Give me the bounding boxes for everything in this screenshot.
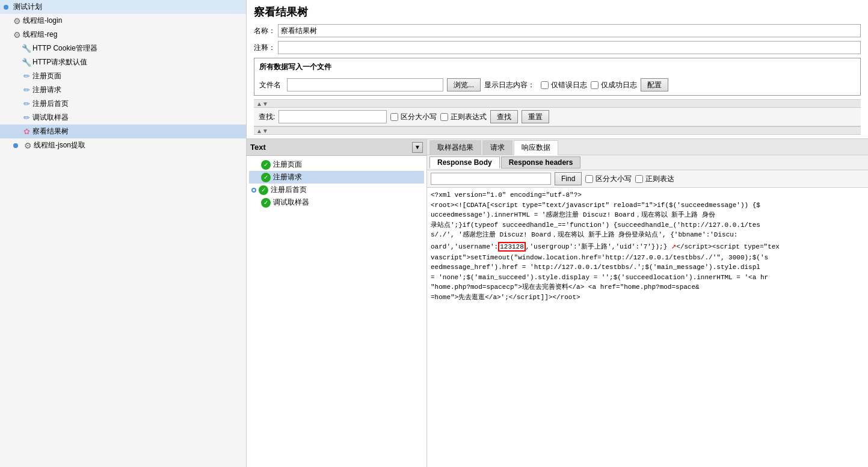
case-sensitive-label: 区分大小写 — [401, 112, 437, 122]
tree-pane-header: Text ▼ — [247, 139, 426, 156]
case-sensitive-group: 区分大小写 — [390, 112, 437, 122]
comment-input[interactable] — [278, 41, 861, 54]
success-log-label: 仅成功日志 — [601, 80, 637, 90]
pencil-icon: ✏ — [22, 72, 31, 81]
config-button[interactable]: 配置 — [641, 78, 668, 91]
success-log-checkbox-group: 仅成功日志 — [591, 80, 637, 90]
tree-item-http-defaults[interactable]: 🔧 HTTP请求默认值 — [0, 55, 246, 69]
wrench-icon: 🔧 — [22, 58, 31, 67]
browse-button[interactable]: 浏览... — [447, 78, 481, 91]
show-log-label: 显示日志内容： — [484, 80, 535, 90]
tree-label: 调试取样器 — [32, 113, 69, 123]
name-row: 名称： — [254, 24, 861, 37]
result-item-reg-home[interactable]: ✓ 注册后首页 — [249, 184, 424, 196]
file-section-title: 所有数据写入一个文件 — [259, 62, 855, 72]
content-case-checkbox[interactable] — [585, 175, 593, 183]
regex-checkbox[interactable] — [440, 113, 448, 121]
success-icon: ✓ — [259, 185, 268, 195]
regex-group: 正则表达式 — [440, 112, 487, 122]
name-input[interactable] — [278, 24, 861, 37]
chevron-down-icon: ▼ — [414, 144, 420, 150]
tree-label: 察看结果树 — [32, 126, 69, 137]
results-tree-content: ✓ 注册页面 ✓ 注册请求 ✓ 注册后首页 ✓ — [247, 156, 426, 467]
find-button[interactable]: 查找 — [490, 110, 518, 123]
highlighted-username: 123128 — [498, 242, 526, 252]
tree-item-thread-json[interactable]: ⚙ 线程组-json提取 — [0, 138, 246, 152]
tab-request[interactable]: 请求 — [482, 140, 512, 155]
result-label: 注册页面 — [273, 159, 302, 170]
tree-label: HTTP请求默认值 — [32, 57, 87, 67]
result-item-debug-sampler[interactable]: ✓ 调试取样器 — [249, 196, 424, 209]
result-label: 注册请求 — [273, 172, 302, 182]
tab-response-data[interactable]: 响应数据 — [514, 140, 558, 155]
content-case-label: 区分大小写 — [596, 174, 632, 184]
dot-icon — [12, 141, 22, 150]
dot-icon — [2, 2, 12, 12]
error-log-checkbox-group: 仅错误日志 — [541, 80, 587, 90]
success-icon: ✓ — [261, 198, 271, 208]
tree-label: 测试计划 — [13, 2, 42, 12]
tree-label: 线程组-reg — [23, 29, 57, 40]
tree-item-reg-page[interactable]: ✏ 注册页面 — [0, 69, 246, 83]
result-item-reg-request[interactable]: ✓ 注册请求 — [249, 171, 424, 184]
response-text: <?xml version="1.0" encoding="utf-8"?> <… — [431, 191, 780, 301]
search-row: 查找: 区分大小写 正则表达式 查找 重置 — [254, 108, 861, 126]
wrench-icon: 🔧 — [22, 44, 31, 54]
pencil-icon: ✏ — [22, 99, 31, 109]
page-title: 察看结果树 — [254, 5, 861, 19]
result-label: 调试取样器 — [273, 197, 309, 208]
blue-dot-icon — [251, 188, 256, 193]
sub-tab-response-headers[interactable]: Response headers — [501, 156, 581, 169]
regex-label: 正则表达式 — [451, 112, 487, 122]
left-tree-panel: 测试计划 ⚙ 线程组-login ⚙ 线程组-reg 🔧 HTTP Cookie… — [0, 0, 247, 467]
file-name-label: 文件名 — [259, 80, 281, 90]
tree-item-test-plan[interactable]: 测试计划 — [0, 0, 246, 14]
tree-item-http-cookie[interactable]: 🔧 HTTP Cookie管理器 — [0, 42, 246, 55]
divider2: ▲▼ — [254, 126, 861, 135]
gear-icon: ⚙ — [12, 30, 22, 40]
tree-item-thread-reg[interactable]: ⚙ 线程组-reg — [0, 28, 246, 42]
tab-sampler-result[interactable]: 取样器结果 — [429, 140, 481, 155]
tree-item-reg-request[interactable]: ✏ 注册请求 — [0, 83, 246, 97]
tree-dropdown-button[interactable]: ▼ — [412, 142, 423, 153]
gear-icon: ⚙ — [23, 141, 32, 150]
results-tree-pane: Text ▼ ✓ 注册页面 ✓ 注册请求 — [247, 139, 427, 467]
tree-label: 线程组-json提取 — [34, 140, 85, 150]
pencil-icon: ✏ — [22, 113, 31, 123]
tree-label: 线程组-login — [23, 16, 62, 26]
tree-label: 注册请求 — [32, 85, 61, 95]
tree-item-debug-sampler[interactable]: ✏ 调试取样器 — [0, 111, 246, 125]
right-panel: 察看结果树 名称： 注释： 所有数据写入一个文件 文件名 浏览... 显示日志内… — [247, 0, 868, 467]
success-icon: ✓ — [261, 160, 271, 170]
tree-item-reg-home[interactable]: ✏ 注册后首页 — [0, 97, 246, 111]
content-case-group: 区分大小写 — [585, 174, 632, 184]
content-search-input[interactable] — [431, 173, 551, 185]
result-label: 注册后首页 — [271, 185, 307, 195]
file-name-input[interactable] — [287, 78, 443, 91]
content-find-button[interactable]: Find — [555, 172, 582, 185]
tree-item-view-results[interactable]: ✿ 察看结果树 — [0, 125, 246, 138]
bottom-section: Text ▼ ✓ 注册页面 ✓ 注册请求 — [247, 139, 868, 467]
response-content-area: <?xml version="1.0" encoding="utf-8"?> <… — [427, 188, 868, 467]
result-item-reg-page[interactable]: ✓ 注册页面 — [249, 158, 424, 171]
name-label: 名称： — [254, 26, 278, 36]
header-section: 察看结果树 名称： 注释： 所有数据写入一个文件 文件名 浏览... 显示日志内… — [247, 0, 868, 139]
sub-tab-response-body[interactable]: Response Body — [429, 156, 500, 169]
gear-icon: ⚙ — [12, 16, 22, 26]
tree-item-thread-login[interactable]: ⚙ 线程组-login — [0, 14, 246, 28]
divider: ▲▼ — [254, 99, 861, 108]
pencil-icon: ✏ — [22, 85, 31, 95]
success-log-checkbox[interactable] — [591, 81, 599, 89]
tree-label: HTTP Cookie管理器 — [32, 43, 97, 54]
error-log-checkbox[interactable] — [541, 81, 549, 89]
comment-label: 注释： — [254, 43, 278, 53]
reset-button[interactable]: 重置 — [522, 110, 549, 123]
content-regex-checkbox[interactable] — [635, 175, 643, 183]
case-sensitive-checkbox[interactable] — [390, 113, 398, 121]
content-search-row: Find 区分大小写 正则表达 — [427, 170, 868, 188]
file-section: 所有数据写入一个文件 文件名 浏览... 显示日志内容： 仅错误日志 仅成功日志… — [254, 58, 861, 96]
tree-label: 注册页面 — [32, 71, 61, 81]
flower-icon: ✿ — [22, 127, 31, 137]
find-input[interactable] — [279, 110, 387, 123]
tree-label: 注册后首页 — [32, 99, 69, 109]
